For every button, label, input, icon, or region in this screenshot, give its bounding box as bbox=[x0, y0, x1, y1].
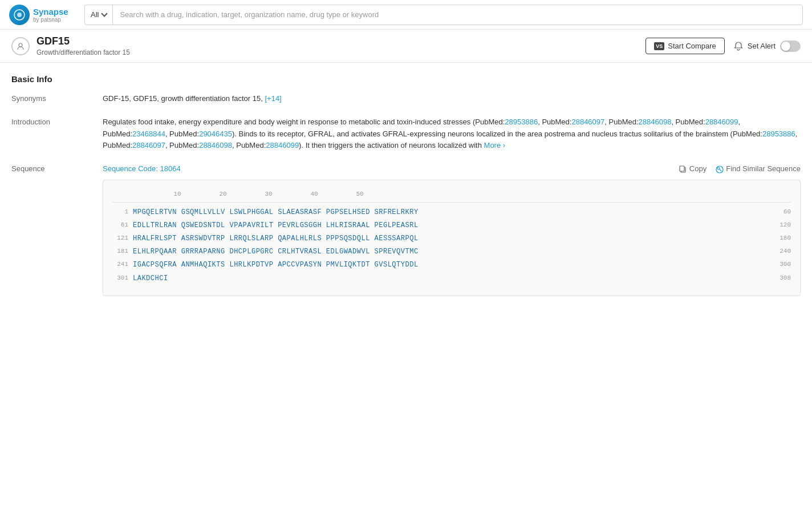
entity-subtitle: Growth/differentiation factor 15 bbox=[36, 49, 130, 56]
pubmed-link-8[interactable]: 28846097 bbox=[132, 141, 165, 150]
copy-button[interactable]: Copy bbox=[679, 163, 707, 175]
seq-row-5: 241 IGACPSQFRA ANMHAQIKTS LHRLKPDTVP APC… bbox=[112, 260, 791, 270]
start-compare-button[interactable]: VS Start Compare bbox=[645, 38, 725, 54]
entity-actions: VS Start Compare Set Alert bbox=[645, 38, 801, 54]
main-content: Basic Info Synonyms GDF-15, GDF15, growt… bbox=[0, 63, 812, 509]
pubmed-link-2[interactable]: 28846097 bbox=[571, 118, 604, 126]
introduction-value: Regulates food intake, energy expenditur… bbox=[103, 116, 801, 152]
sequence-row: Sequence Sequence Code: 18064 Copy bbox=[11, 163, 801, 296]
chevron-down-icon bbox=[102, 10, 108, 17]
pubmed-link-7[interactable]: 28953886 bbox=[762, 130, 795, 138]
seq-row-2: 61 EDLLTRLRAN QSWEDSNTDL VPAPAVRILT PEVR… bbox=[112, 220, 791, 231]
logo-name: Synapse bbox=[33, 7, 68, 17]
introduction-label: Introduction bbox=[11, 116, 103, 126]
entity-icon bbox=[11, 37, 30, 55]
entity-header: GDF15 Growth/differentiation factor 15 V… bbox=[0, 30, 812, 63]
svg-point-1 bbox=[17, 13, 22, 17]
set-alert-label: Set Alert bbox=[748, 42, 776, 50]
start-compare-label: Start Compare bbox=[668, 42, 716, 50]
sequence-box: 10 20 30 40 50 1 MPGQELRTVN GSQMLLVLLV L… bbox=[103, 180, 801, 296]
sequence-label: Sequence bbox=[11, 163, 103, 173]
seq-row-4: 181 ELHLRPQAAR GRRRAPARNG DHCPLGPGRC CRL… bbox=[112, 247, 791, 257]
sequence-value: Sequence Code: 18064 Copy bbox=[103, 163, 801, 296]
search-bar: All Search with a drug, indication, targ… bbox=[84, 5, 803, 25]
svg-point-6 bbox=[717, 167, 720, 169]
more-link[interactable]: More › bbox=[484, 141, 506, 150]
entity-left: GDF15 Growth/differentiation factor 15 bbox=[11, 35, 130, 56]
basic-info-title: Basic Info bbox=[11, 74, 801, 84]
introduction-row: Introduction Regulates food intake, ener… bbox=[11, 116, 801, 152]
find-similar-icon bbox=[716, 165, 724, 173]
synonyms-value: GDF-15, GDF15, growth differentiation fa… bbox=[103, 93, 801, 105]
pubmed-link-3[interactable]: 28846098 bbox=[639, 118, 672, 126]
seq-ruler: 10 20 30 40 50 bbox=[112, 189, 791, 203]
pubmed-link-4[interactable]: 28846099 bbox=[705, 118, 738, 126]
find-similar-button[interactable]: Find Similar Sequence bbox=[716, 163, 801, 175]
sequence-header: Sequence Code: 18064 Copy bbox=[103, 163, 801, 175]
synonyms-text: GDF-15, GDF15, growth differentiation fa… bbox=[103, 94, 265, 103]
entity-title: GDF15 bbox=[36, 35, 130, 47]
synonyms-row: Synonyms GDF-15, GDF15, growth different… bbox=[11, 93, 801, 105]
set-alert-area: Set Alert bbox=[734, 41, 801, 52]
pubmed-link-5[interactable]: 23468844 bbox=[132, 130, 165, 138]
find-similar-label: Find Similar Sequence bbox=[726, 163, 801, 175]
synonyms-label: Synonyms bbox=[11, 93, 103, 103]
synonyms-more[interactable]: [+14] bbox=[265, 94, 281, 103]
pubmed-link-1[interactable]: 28953886 bbox=[505, 118, 538, 126]
set-alert-toggle[interactable] bbox=[780, 41, 801, 52]
logo-sub: by patsnap bbox=[33, 17, 68, 23]
pubmed-link-10[interactable]: 28846099 bbox=[266, 141, 299, 150]
copy-icon bbox=[679, 165, 687, 173]
pubmed-link-9[interactable]: 28846098 bbox=[199, 141, 232, 150]
sequence-actions: Copy Find Similar Sequence bbox=[679, 163, 801, 175]
seq-row-3: 121 HRALFRLSPT ASRSWDVTRP LRRQLSLARP QAP… bbox=[112, 233, 791, 244]
filter-dropdown[interactable]: All bbox=[85, 5, 113, 25]
seq-row-6: 301 LAKDCHCI 308 bbox=[112, 273, 791, 284]
sequence-code[interactable]: Sequence Code: 18064 bbox=[103, 163, 181, 175]
seq-row-1: 1 MPGQELRTVN GSQMLLVLLV LSWLPHGGAL SLAEA… bbox=[112, 207, 791, 218]
svg-rect-4 bbox=[680, 166, 684, 171]
entity-info: GDF15 Growth/differentiation factor 15 bbox=[36, 35, 130, 56]
pubmed-link-6[interactable]: 29046435 bbox=[199, 130, 232, 138]
alert-icon bbox=[734, 42, 743, 51]
compare-icon: VS bbox=[654, 42, 664, 50]
svg-point-2 bbox=[19, 43, 22, 47]
header: Synapse by patsnap All Search with a dru… bbox=[0, 0, 812, 30]
filter-label: All bbox=[91, 10, 99, 19]
logo-area: Synapse by patsnap bbox=[9, 5, 78, 25]
copy-label: Copy bbox=[689, 163, 707, 175]
logo-icon bbox=[9, 5, 30, 25]
logo-text: Synapse by patsnap bbox=[33, 7, 68, 23]
search-input[interactable]: Search with a drug, indication, target, … bbox=[113, 10, 802, 19]
